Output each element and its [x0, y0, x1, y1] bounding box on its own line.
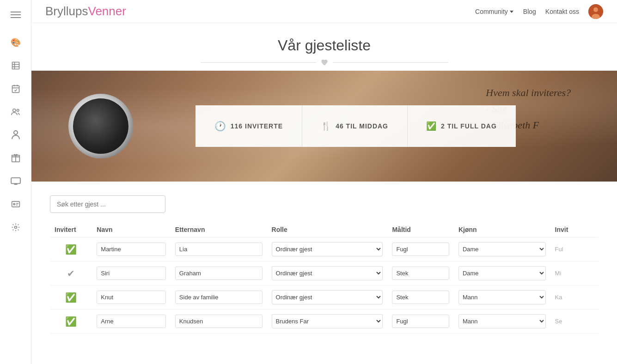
sidebar-item-id[interactable] — [6, 194, 26, 214]
sidebar-item-table[interactable] — [6, 55, 26, 76]
kjønn-cell[interactable]: DameMann — [454, 237, 550, 261]
maltid-input[interactable] — [392, 243, 449, 256]
kjønn-cell[interactable]: DameMann — [454, 261, 550, 285]
sidebar-item-person[interactable] — [6, 125, 26, 145]
svg-point-10 — [14, 131, 18, 134]
sidebar-item-calendar[interactable] — [6, 79, 26, 99]
rolle-select[interactable]: Ordinær gjestBrudens FarBrudgommens FarB… — [272, 314, 383, 328]
navn-cell[interactable] — [92, 309, 171, 334]
stat-card-fulldag[interactable]: ✅ 2 TIL FULL DAG — [407, 105, 516, 147]
col-header-navn: Navn — [92, 222, 171, 237]
navn-cell[interactable] — [92, 261, 171, 285]
col-header-invitert: Invitert — [50, 222, 92, 237]
navn-cell[interactable] — [92, 285, 171, 309]
contact-link[interactable]: Kontakt oss — [545, 8, 579, 15]
page-title-section: Vår gjesteliste — [31, 23, 617, 71]
sidebar-item-palette[interactable]: 🎨 — [6, 32, 26, 53]
svg-point-24 — [593, 7, 598, 12]
maltid-cell[interactable] — [387, 237, 453, 261]
kjønn-cell[interactable]: DameMann — [454, 309, 550, 334]
rolle-select[interactable]: Ordinær gjestBrudens FarBrudgommens FarB… — [272, 290, 383, 304]
brand-logo[interactable]: BryllupsVenner — [45, 4, 126, 18]
svg-rect-14 — [11, 178, 20, 184]
maltid-input[interactable] — [392, 291, 449, 304]
status-cell[interactable]: ✅ — [50, 309, 92, 334]
svg-point-18 — [13, 203, 15, 205]
svg-rect-17 — [12, 201, 19, 207]
topnav: BryllupsVenner Community Blog Kontakt os… — [31, 0, 617, 23]
col-header-kjønn: Kjønn — [454, 222, 550, 237]
status-cell[interactable]: ✅ — [50, 285, 92, 309]
kjønn-select[interactable]: DameMann — [458, 266, 546, 280]
rolle-cell[interactable]: Ordinær gjestBrudens FarBrudgommens FarB… — [267, 309, 388, 334]
table-body: ✅ Ordinær gjestBrudens FarBrudgommens Fa… — [50, 237, 599, 334]
navn-input[interactable] — [97, 291, 166, 304]
navn-input[interactable] — [97, 243, 166, 256]
etternavn-cell[interactable] — [171, 285, 267, 309]
kjønn-cell[interactable]: DameMann — [454, 285, 550, 309]
status-cell[interactable]: ✔ — [50, 261, 92, 285]
stat-cards: 🕐 116 INVITERTE 🍴 46 TIL MIDDAG ✅ 2 TIL … — [195, 105, 516, 147]
sidebar-item-gift[interactable] — [6, 148, 26, 168]
svg-point-21 — [14, 226, 17, 229]
guest-section: Invitert Navn Etternavn Rolle Måltid Kjø… — [31, 182, 617, 347]
community-label: Community — [475, 8, 508, 15]
table-header: Invitert Navn Etternavn Rolle Måltid Kjø… — [50, 222, 599, 237]
cup-dark — [73, 98, 128, 154]
kjønn-select[interactable]: DameMann — [458, 314, 546, 328]
heart-divider — [41, 59, 608, 66]
user-avatar[interactable] — [588, 4, 603, 19]
sidebar: 🎨 — [0, 0, 31, 364]
kjønn-select[interactable]: DameMann — [458, 290, 546, 304]
rolle-select[interactable]: Ordinær gjestBrudens FarBrudgommens FarB… — [272, 266, 383, 280]
svg-point-9 — [17, 109, 19, 112]
blog-link[interactable]: Blog — [523, 8, 536, 15]
rolle-cell[interactable]: Ordinær gjestBrudens FarBrudgommens FarB… — [267, 237, 388, 261]
search-input[interactable] — [50, 195, 165, 213]
sidebar-item-screen[interactable] — [6, 171, 26, 191]
sidebar-item-guests[interactable] — [6, 102, 26, 122]
page-title: Vår gjesteliste — [41, 37, 608, 54]
etternavn-cell[interactable] — [171, 261, 267, 285]
etternavn-input[interactable] — [175, 243, 263, 256]
stat-card-inviterte[interactable]: 🕐 116 INVITERTE — [195, 105, 302, 147]
kjønn-select[interactable]: DameMann — [458, 242, 546, 256]
community-menu[interactable]: Community — [475, 8, 514, 15]
col-header-invit: Invit — [550, 222, 599, 237]
col-header-etternavn: Etternavn — [171, 222, 267, 237]
brand-part2: Venner — [88, 4, 126, 18]
cutlery-icon: 🍴 — [321, 121, 331, 131]
maltid-input[interactable] — [392, 315, 449, 328]
col-header-maltid: Måltid — [387, 222, 453, 237]
invit-cell: Mi — [550, 261, 599, 285]
menu-icon[interactable] — [6, 5, 26, 25]
invit-cell: Ka — [550, 285, 599, 309]
check-icon: ✅ — [426, 121, 436, 131]
etternavn-input[interactable] — [175, 315, 263, 328]
table-row: ✅ Ordinær gjestBrudens FarBrudgommens Fa… — [50, 285, 599, 309]
maltid-cell[interactable] — [387, 285, 453, 309]
svg-point-8 — [12, 109, 15, 112]
stat-middag-text: 46 TIL MIDDAG — [336, 122, 388, 130]
heart-icon — [321, 59, 328, 66]
maltid-cell[interactable] — [387, 309, 453, 334]
col-header-rolle: Rolle — [267, 222, 388, 237]
chevron-down-icon — [509, 9, 514, 14]
rolle-cell[interactable]: Ordinær gjestBrudens FarBrudgommens FarB… — [267, 261, 388, 285]
stat-card-middag[interactable]: 🍴 46 TIL MIDDAG — [302, 105, 407, 147]
etternavn-cell[interactable] — [171, 237, 267, 261]
maltid-input[interactable] — [392, 267, 449, 280]
etternavn-input[interactable] — [175, 267, 263, 280]
navn-input[interactable] — [97, 267, 166, 280]
status-cell[interactable]: ✅ — [50, 237, 92, 261]
table-row: ✅ Ordinær gjestBrudens FarBrudgommens Fa… — [50, 309, 599, 334]
rolle-select[interactable]: Ordinær gjestBrudens FarBrudgommens FarB… — [272, 242, 383, 256]
navn-input[interactable] — [97, 315, 166, 328]
navn-cell[interactable] — [92, 237, 171, 261]
maltid-cell[interactable] — [387, 261, 453, 285]
etternavn-input[interactable] — [175, 291, 263, 304]
rolle-cell[interactable]: Ordinær gjestBrudens FarBrudgommens FarB… — [267, 285, 388, 309]
guest-table: Invitert Navn Etternavn Rolle Måltid Kjø… — [50, 222, 599, 334]
etternavn-cell[interactable] — [171, 309, 267, 334]
sidebar-item-settings[interactable] — [6, 217, 26, 237]
